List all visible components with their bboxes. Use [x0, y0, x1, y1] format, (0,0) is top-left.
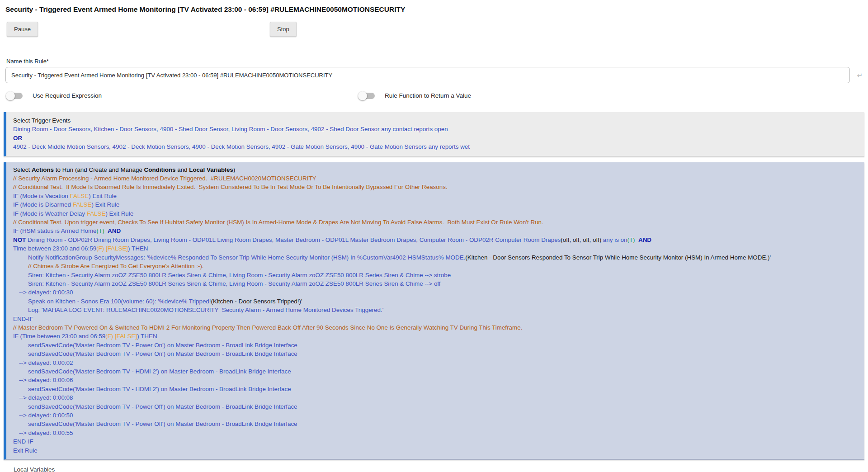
rule-text-segment: ) THEN	[137, 333, 157, 340]
rule-name-input[interactable]	[5, 67, 850, 83]
action-line: NOT Dining Room - ODP02R Dining Room Dra…	[6, 236, 864, 244]
action-line: IF (HSM status is Armed Home(T) AND	[6, 227, 864, 235]
rule-text-segment: Exit Rule	[13, 447, 38, 454]
rule-text-segment: FALSE	[73, 201, 92, 208]
rule-text-segment: ) Exit Rule	[91, 201, 119, 208]
action-line: sendSavedCode('Master Bedroom TV - HDMI …	[6, 367, 864, 376]
rule-text-segment	[635, 236, 638, 243]
rule-text-segment: ) THEN	[128, 245, 148, 252]
local-variables-section-header: Local Variables	[14, 466, 868, 472]
rule-text-segment: 4902 - Deck Middle Motion Sensors, 4902 …	[13, 143, 470, 150]
rule-text-segment: sendSavedCode('Master Bedroom TV - Power…	[28, 420, 297, 427]
rule-text-segment: END-IF	[13, 316, 33, 322]
rule-text-segment: AND	[108, 227, 121, 234]
action-line: sendSavedCode('Master Bedroom TV - Power…	[6, 420, 864, 428]
toggle-off-switch-icon	[7, 93, 23, 99]
rule-text-segment: ) Exit Rule	[89, 193, 117, 199]
rule-text-segment: Dining Room - ODP02R Dining Room Drapes,…	[26, 236, 561, 243]
rule-text-segment: FALSE	[70, 193, 89, 199]
action-comment: // Master Bedroom TV Powered On & Switch…	[6, 323, 864, 332]
rule-text-segment: // Security Alarm Processing - Armed Hom…	[13, 175, 316, 182]
action-line: Speak on Kitchen - Sonos Era 100(volume:…	[6, 297, 864, 306]
action-delay-line: --> delayed: 0:00:06	[6, 376, 864, 384]
action-line: END-IF	[6, 315, 864, 323]
rule-text-segment: sendSavedCode('Master Bedroom TV - Power…	[28, 350, 297, 357]
rule-text-segment: // Conditional Test. Upon trigger event,…	[13, 219, 543, 226]
rule-text-segment: IF (Mode is Disarmed	[13, 201, 73, 208]
toggle-label: Use Required Expression	[33, 92, 102, 99]
rule-text-segment: (Kitchen - Door Sensors Responded To Sen…	[465, 254, 771, 261]
pause-button[interactable]: Pause	[7, 22, 38, 37]
toolbar: Pause Stop	[0, 22, 868, 39]
rule-text-segment: OR	[13, 135, 22, 142]
trigger-or-keyword: OR	[6, 134, 864, 142]
rule-text-segment: (T)	[97, 227, 104, 234]
rule-text-segment: IF (Mode is Vacation	[13, 193, 70, 199]
toggle-row: Use Required Expression Rule Function to…	[0, 92, 868, 105]
actions-section[interactable]: Select Actions to Run (and Create and Ma…	[4, 162, 864, 460]
page-title: Security - Triggered Event Armed Home Mo…	[0, 0, 868, 14]
action-line: IF (Time between 23:00 and 06:59(F) [FAL…	[6, 332, 864, 340]
rule-text-segment: // Conditional Test. If Mode Is Disarmed…	[13, 184, 448, 190]
action-line: Siren: Kitchen - Security Alarm zoOZ ZSE…	[6, 279, 864, 288]
rule-text-segment: ) Exit Rule	[105, 210, 133, 217]
rule-text-segment: )	[233, 166, 235, 173]
action-delay-line: --> delayed: 0:00:30	[6, 288, 864, 297]
action-comment: // Security Alarm Processing - Armed Hom…	[6, 174, 864, 183]
rule-text-segment: (F) [FALSE]	[105, 333, 137, 340]
action-delay-line: --> delayed: 0:00:50	[6, 411, 864, 420]
rule-text-segment: sendSavedCode('Master Bedroom TV - HDMI …	[28, 368, 291, 375]
rule-text-segment: any is on	[601, 236, 627, 243]
action-line: sendSavedCode('Master Bedroom TV - Power…	[6, 349, 864, 358]
action-comment: // Chimes & Strobe Are Energized To Get …	[6, 262, 864, 270]
enter-key-icon: ↵	[857, 71, 863, 80]
rule-text-segment: and	[175, 166, 189, 173]
action-comment: // Conditional Test. If Mode Is Disarmed…	[6, 183, 864, 191]
rule-text-segment: Actions	[32, 166, 54, 173]
rule-text-segment: IF (HSM status is Armed Home	[13, 227, 97, 234]
action-line: sendSavedCode('Master Bedroom TV - Power…	[6, 402, 864, 411]
action-line: Time between 23:00 and 06:59(F) [FALSE])…	[6, 244, 864, 253]
trigger-event-link[interactable]: Dining Room - Door Sensors, Kitchen - Do…	[6, 125, 864, 133]
trigger-events-section[interactable]: Select Trigger EventsDining Room - Door …	[4, 112, 864, 156]
rule-text-segment: Conditions	[144, 166, 176, 173]
action-line: sendSavedCode('Master Bedroom TV - Power…	[6, 341, 864, 349]
rule-function-return-value-toggle[interactable]: Rule Function to Return a Value	[359, 92, 471, 99]
toggle-label: Rule Function to Return a Value	[385, 92, 471, 99]
action-delay-line: --> delayed: 0:00:55	[6, 429, 864, 437]
rule-text-segment: Dining Room - Door Sensors, Kitchen - Do…	[13, 126, 448, 132]
use-required-expression-toggle[interactable]: Use Required Expression	[7, 92, 102, 99]
action-line: END-IF	[6, 437, 864, 446]
rule-text-segment: Siren: Kitchen - Security Alarm zoOZ ZSE…	[28, 272, 451, 278]
rule-text-segment: IF (Time between 23:00 and 06:59	[13, 333, 105, 340]
trigger-section-header[interactable]: Select Trigger Events	[6, 116, 864, 125]
action-comment: // Conditional Test. Upon trigger event,…	[6, 218, 864, 227]
rule-text-segment: Notify NotificationGroup-SecurityMessage…	[28, 254, 465, 261]
toggle-off-switch-icon	[359, 93, 375, 99]
action-line: Log: 'MAHALA LOG EVENT: RULEMACHINE0020M…	[6, 306, 864, 314]
action-line: Siren: Kitchen - Security Alarm zoOZ ZSE…	[6, 271, 864, 279]
rule-text-segment: --> delayed: 0:00:06	[19, 377, 73, 383]
rule-text-segment: END-IF	[13, 438, 33, 445]
rule-text-segment: to Run (and Create and Manage	[54, 166, 144, 173]
rule-text-segment: sendSavedCode('Master Bedroom TV - Power…	[28, 403, 297, 410]
action-delay-line: --> delayed: 0:00:08	[6, 393, 864, 402]
rule-text-segment: (off, off, off, off)	[561, 236, 601, 243]
rule-text-segment: Speak on Kitchen - Sonos Era 100(volume:…	[28, 298, 211, 305]
action-line: Notify NotificationGroup-SecurityMessage…	[6, 253, 864, 262]
action-line: IF (Mode is Vacation FALSE) Exit Rule	[6, 192, 864, 200]
rule-text-segment: AND	[638, 236, 651, 243]
trigger-event-link[interactable]: 4902 - Deck Middle Motion Sensors, 4902 …	[6, 142, 864, 151]
rule-text-segment: Local Variables	[189, 166, 233, 173]
action-line: Exit Rule	[6, 446, 864, 455]
stop-button[interactable]: Stop	[270, 22, 297, 37]
rule-text-segment	[104, 227, 108, 234]
rule-text-segment: Siren: Kitchen - Security Alarm zoOZ ZSE…	[28, 280, 441, 287]
rule-text-segment: Select Trigger Events	[13, 117, 71, 124]
rule-text-segment: sendSavedCode('Master Bedroom TV - HDMI …	[28, 386, 291, 392]
rule-text-segment: Select	[13, 166, 32, 173]
rule-text-segment: Time between 23:00 and 06:59	[13, 245, 96, 252]
actions-section-header[interactable]: Select Actions to Run (and Create and Ma…	[6, 165, 864, 174]
rule-text-segment: --> delayed: 0:00:08	[19, 394, 73, 401]
rule-text-segment: (T)	[627, 236, 635, 243]
